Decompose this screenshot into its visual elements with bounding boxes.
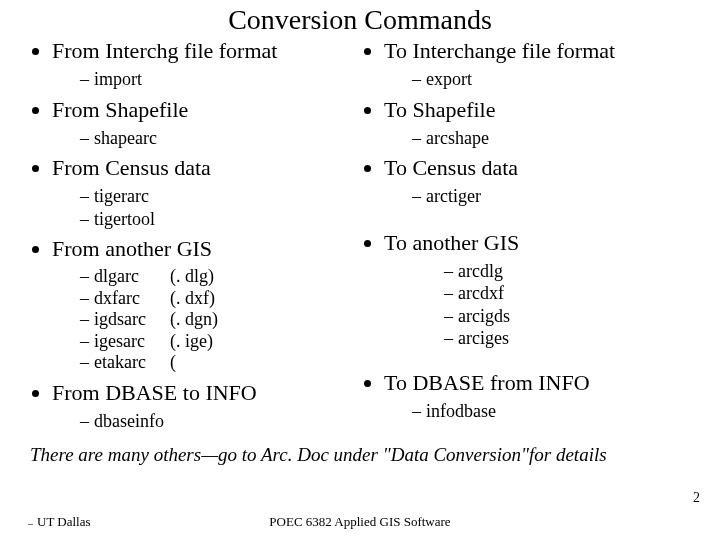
list-item: dxfarc — [80, 288, 170, 310]
list-item: (. ige) — [170, 331, 218, 353]
sublist: dbaseinfo — [52, 410, 360, 433]
sublist: tigerarc tigertool — [52, 185, 360, 230]
footnote: There are many others—go to Arc. Doc und… — [30, 444, 692, 466]
heading: To Shapefile — [384, 97, 495, 123]
heading: From Census data — [52, 155, 211, 181]
list-item: (. dxf) — [170, 288, 218, 310]
footer-left: UT Dallas — [28, 514, 91, 530]
list-item: tigertool — [80, 208, 360, 231]
bullet-from-census: From Census data tigerarc tigertool — [52, 155, 360, 230]
bullet-to-shapefile: To Shapefile arcshape — [384, 97, 692, 150]
bullet-to-another-gis: To another GIS arcdlg arcdxf arcigds arc… — [384, 230, 692, 350]
list-item: dbaseinfo — [80, 410, 360, 433]
bullet-to-census: To Census data arctiger — [384, 155, 692, 208]
heading: To Interchange file format — [384, 38, 615, 64]
sublist: export — [384, 68, 692, 91]
list-item: arciges — [444, 327, 692, 350]
heading: From Interchg file format — [52, 38, 277, 64]
bullet-from-dbase: From DBASE to INFO dbaseinfo — [52, 380, 360, 433]
two-column-layout: From Interchg file format import From Sh… — [28, 38, 692, 438]
page-number: 2 — [693, 490, 700, 506]
list-item: ( — [170, 352, 218, 374]
list-item: arcigds — [444, 305, 692, 328]
list-item: import — [80, 68, 360, 91]
left-list: From Interchg file format import From Sh… — [28, 38, 360, 432]
bullet-from-another-gis: From another GIS dlgarc dxfarc igdsarc i… — [52, 236, 360, 380]
slide: Conversion Commands From Interchg file f… — [0, 0, 720, 540]
list-item: arcshape — [412, 127, 692, 150]
heading: To Census data — [384, 155, 518, 181]
sublist: arcshape — [384, 127, 692, 150]
sublist: import — [52, 68, 360, 91]
heading: To another GIS — [384, 230, 519, 256]
footer: UT Dallas POEC 6382 Applied GIS Software — [0, 514, 720, 530]
heading: From another GIS — [52, 236, 212, 262]
sublist-exts: (. dlg) (. dxf) (. dgn) (. ige) ( — [170, 266, 218, 374]
sublist: shapearc — [52, 127, 360, 150]
column-left: From Interchg file format import From Sh… — [28, 38, 360, 438]
sublist: arctiger — [384, 185, 692, 208]
list-item: igdsarc — [80, 309, 170, 331]
sublist-cmds: dlgarc dxfarc igdsarc igesarc etakarc — [52, 266, 170, 374]
list-item: arcdxf — [444, 282, 692, 305]
column-right: To Interchange file format export To Sha… — [360, 38, 692, 438]
list-item: export — [412, 68, 692, 91]
sublist: infodbase — [384, 400, 692, 423]
bullet-to-dbase: To DBASE from INFO infodbase — [384, 370, 692, 423]
list-item: shapearc — [80, 127, 360, 150]
footer-center: POEC 6382 Applied GIS Software — [0, 514, 720, 530]
heading: From Shapefile — [52, 97, 188, 123]
list-item: (. dgn) — [170, 309, 218, 331]
list-item: igesarc — [80, 331, 170, 353]
list-item: arctiger — [412, 185, 692, 208]
page-title: Conversion Commands — [28, 4, 692, 36]
heading: To DBASE from INFO — [384, 370, 590, 396]
bullet-to-interchange: To Interchange file format export — [384, 38, 692, 91]
list-item: infodbase — [412, 400, 692, 423]
bullet-from-shapefile: From Shapefile shapearc — [52, 97, 360, 150]
sublist: arcdlg arcdxf arcigds arciges — [384, 260, 692, 350]
bullet-from-interchange: From Interchg file format import — [52, 38, 360, 91]
list-item: arcdlg — [444, 260, 692, 283]
right-list: To Interchange file format export To Sha… — [360, 38, 692, 422]
list-item: (. dlg) — [170, 266, 218, 288]
list-item: tigerarc — [80, 185, 360, 208]
list-item: dlgarc — [80, 266, 170, 288]
heading: From DBASE to INFO — [52, 380, 257, 406]
list-item: etakarc — [80, 352, 170, 374]
